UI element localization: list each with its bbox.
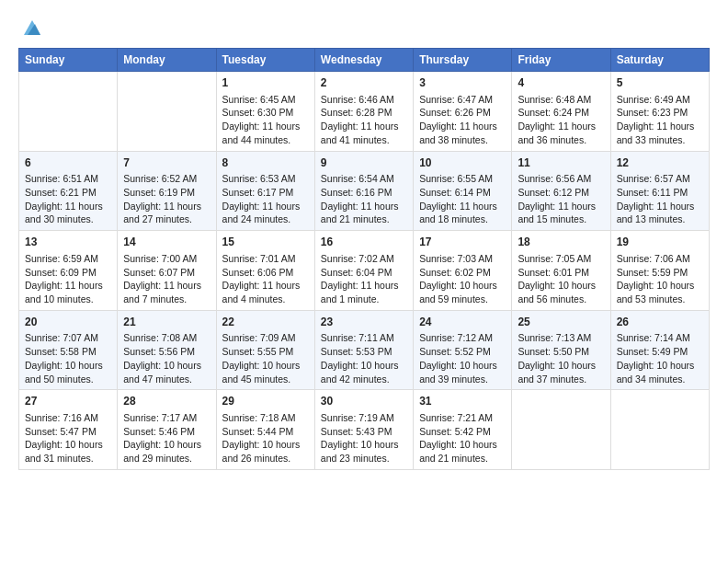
calendar-cell: 8Sunrise: 6:53 AM Sunset: 6:17 PM Daylig… (216, 151, 314, 231)
day-number: 2 (321, 75, 407, 91)
day-content: Sunrise: 7:13 AM Sunset: 5:50 PM Dayligh… (518, 331, 604, 385)
day-content: Sunrise: 6:49 AM Sunset: 6:23 PM Dayligh… (617, 93, 703, 147)
day-number: 10 (419, 155, 506, 171)
day-number: 6 (25, 155, 111, 171)
calendar-cell: 15Sunrise: 7:01 AM Sunset: 6:06 PM Dayli… (216, 231, 314, 311)
column-header-sunday: Sunday (19, 49, 118, 72)
calendar-cell: 28Sunrise: 7:17 AM Sunset: 5:46 PM Dayli… (118, 390, 216, 470)
calendar-cell: 29Sunrise: 7:18 AM Sunset: 5:44 PM Dayli… (216, 390, 314, 470)
calendar-cell: 24Sunrise: 7:12 AM Sunset: 5:52 PM Dayli… (414, 310, 512, 390)
column-header-saturday: Saturday (610, 49, 709, 72)
day-number: 13 (25, 235, 111, 250)
day-content: Sunrise: 7:17 AM Sunset: 5:46 PM Dayligh… (123, 411, 210, 465)
day-number: 28 (123, 394, 210, 409)
calendar-cell: 2Sunrise: 6:46 AM Sunset: 6:28 PM Daylig… (314, 72, 413, 152)
day-content: Sunrise: 6:59 AM Sunset: 6:09 PM Dayligh… (25, 252, 111, 306)
calendar-cell: 13Sunrise: 6:59 AM Sunset: 6:09 PM Dayli… (19, 231, 118, 311)
day-number: 31 (419, 394, 506, 409)
day-content: Sunrise: 7:02 AM Sunset: 6:04 PM Dayligh… (321, 252, 407, 306)
calendar-cell: 3Sunrise: 6:47 AM Sunset: 6:26 PM Daylig… (414, 72, 512, 152)
day-number: 22 (222, 315, 309, 330)
day-number: 5 (617, 75, 703, 91)
day-number: 12 (617, 155, 703, 171)
calendar-week-row: 1Sunrise: 6:45 AM Sunset: 6:30 PM Daylig… (19, 72, 710, 152)
day-content: Sunrise: 7:00 AM Sunset: 6:07 PM Dayligh… (123, 252, 210, 306)
calendar-cell: 30Sunrise: 7:19 AM Sunset: 5:43 PM Dayli… (314, 390, 413, 470)
calendar-cell (118, 72, 216, 152)
day-content: Sunrise: 6:57 AM Sunset: 6:11 PM Dayligh… (617, 172, 703, 226)
day-number: 8 (222, 155, 309, 171)
day-number: 1 (222, 75, 309, 91)
calendar-cell: 1Sunrise: 6:45 AM Sunset: 6:30 PM Daylig… (216, 72, 314, 152)
day-number: 29 (222, 394, 309, 409)
calendar-cell: 5Sunrise: 6:49 AM Sunset: 6:23 PM Daylig… (610, 72, 709, 152)
day-content: Sunrise: 7:06 AM Sunset: 5:59 PM Dayligh… (617, 252, 703, 306)
day-number: 27 (25, 394, 111, 409)
calendar-cell: 16Sunrise: 7:02 AM Sunset: 6:04 PM Dayli… (314, 231, 413, 311)
calendar-cell: 12Sunrise: 6:57 AM Sunset: 6:11 PM Dayli… (610, 151, 709, 231)
day-content: Sunrise: 7:08 AM Sunset: 5:56 PM Dayligh… (123, 331, 210, 385)
day-number: 18 (518, 235, 604, 250)
calendar-week-row: 27Sunrise: 7:16 AM Sunset: 5:47 PM Dayli… (19, 390, 710, 470)
day-content: Sunrise: 7:05 AM Sunset: 6:01 PM Dayligh… (518, 252, 604, 306)
calendar-cell: 11Sunrise: 6:56 AM Sunset: 6:12 PM Dayli… (512, 151, 610, 231)
calendar-page: SundayMondayTuesdayWednesdayThursdayFrid… (0, 0, 728, 563)
day-content: Sunrise: 6:48 AM Sunset: 6:24 PM Dayligh… (518, 93, 604, 147)
calendar-cell: 23Sunrise: 7:11 AM Sunset: 5:53 PM Dayli… (314, 310, 413, 390)
calendar-cell: 22Sunrise: 7:09 AM Sunset: 5:55 PM Dayli… (216, 310, 314, 390)
calendar-cell: 18Sunrise: 7:05 AM Sunset: 6:01 PM Dayli… (512, 231, 610, 311)
calendar-table: SundayMondayTuesdayWednesdayThursdayFrid… (18, 48, 710, 470)
day-content: Sunrise: 6:47 AM Sunset: 6:26 PM Dayligh… (419, 93, 506, 147)
day-content: Sunrise: 7:11 AM Sunset: 5:53 PM Dayligh… (321, 331, 407, 385)
column-header-wednesday: Wednesday (314, 49, 413, 72)
calendar-cell: 4Sunrise: 6:48 AM Sunset: 6:24 PM Daylig… (512, 72, 610, 152)
day-content: Sunrise: 7:03 AM Sunset: 6:02 PM Dayligh… (419, 252, 506, 306)
day-number: 9 (321, 155, 407, 171)
day-content: Sunrise: 7:18 AM Sunset: 5:44 PM Dayligh… (222, 411, 309, 465)
calendar-cell: 27Sunrise: 7:16 AM Sunset: 5:47 PM Dayli… (19, 390, 118, 470)
header (18, 15, 710, 40)
day-number: 25 (518, 315, 604, 330)
calendar-cell (512, 390, 610, 470)
column-header-thursday: Thursday (414, 49, 512, 72)
day-content: Sunrise: 6:51 AM Sunset: 6:21 PM Dayligh… (25, 172, 111, 226)
logo-icon (22, 17, 42, 40)
calendar-cell: 31Sunrise: 7:21 AM Sunset: 5:42 PM Dayli… (414, 390, 512, 470)
day-number: 16 (321, 235, 407, 250)
day-content: Sunrise: 6:45 AM Sunset: 6:30 PM Dayligh… (222, 93, 309, 147)
column-header-tuesday: Tuesday (216, 49, 314, 72)
day-number: 23 (321, 315, 407, 330)
day-content: Sunrise: 6:56 AM Sunset: 6:12 PM Dayligh… (518, 172, 604, 226)
day-content: Sunrise: 6:53 AM Sunset: 6:17 PM Dayligh… (222, 172, 309, 226)
calendar-cell (19, 72, 118, 152)
day-number: 20 (25, 315, 111, 330)
day-number: 14 (123, 235, 210, 250)
column-header-friday: Friday (512, 49, 610, 72)
calendar-cell: 21Sunrise: 7:08 AM Sunset: 5:56 PM Dayli… (118, 310, 216, 390)
day-content: Sunrise: 7:21 AM Sunset: 5:42 PM Dayligh… (419, 411, 506, 465)
calendar-cell: 26Sunrise: 7:14 AM Sunset: 5:49 PM Dayli… (610, 310, 709, 390)
day-number: 15 (222, 235, 309, 250)
day-number: 21 (123, 315, 210, 330)
day-number: 26 (617, 315, 703, 330)
calendar-week-row: 20Sunrise: 7:07 AM Sunset: 5:58 PM Dayli… (19, 310, 710, 390)
day-content: Sunrise: 7:16 AM Sunset: 5:47 PM Dayligh… (25, 411, 111, 465)
day-content: Sunrise: 7:01 AM Sunset: 6:06 PM Dayligh… (222, 252, 309, 306)
day-number: 30 (321, 394, 407, 409)
day-number: 4 (518, 75, 604, 91)
day-number: 24 (419, 315, 506, 330)
day-number: 19 (617, 235, 703, 250)
calendar-week-row: 6Sunrise: 6:51 AM Sunset: 6:21 PM Daylig… (19, 151, 710, 231)
calendar-cell (610, 390, 709, 470)
column-header-monday: Monday (118, 49, 216, 72)
day-content: Sunrise: 7:09 AM Sunset: 5:55 PM Dayligh… (222, 331, 309, 385)
day-content: Sunrise: 7:12 AM Sunset: 5:52 PM Dayligh… (419, 331, 506, 385)
day-number: 3 (419, 75, 506, 91)
calendar-header-row: SundayMondayTuesdayWednesdayThursdayFrid… (19, 49, 710, 72)
calendar-cell: 10Sunrise: 6:55 AM Sunset: 6:14 PM Dayli… (414, 151, 512, 231)
calendar-cell: 14Sunrise: 7:00 AM Sunset: 6:07 PM Dayli… (118, 231, 216, 311)
calendar-cell: 6Sunrise: 6:51 AM Sunset: 6:21 PM Daylig… (19, 151, 118, 231)
calendar-cell: 7Sunrise: 6:52 AM Sunset: 6:19 PM Daylig… (118, 151, 216, 231)
day-content: Sunrise: 7:14 AM Sunset: 5:49 PM Dayligh… (617, 331, 703, 385)
day-content: Sunrise: 7:19 AM Sunset: 5:43 PM Dayligh… (321, 411, 407, 465)
